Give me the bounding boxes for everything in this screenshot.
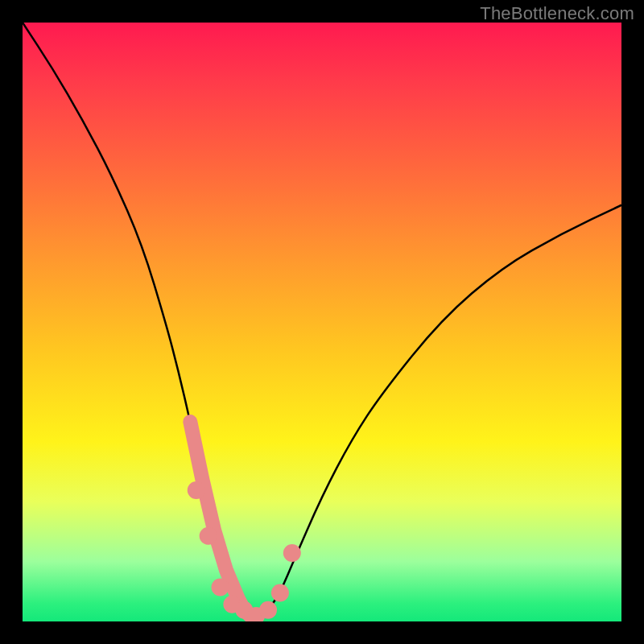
plot-background bbox=[23, 23, 621, 621]
watermark-text: TheBottleneck.com bbox=[480, 3, 634, 24]
chart-frame: TheBottleneck.com bbox=[0, 0, 644, 644]
